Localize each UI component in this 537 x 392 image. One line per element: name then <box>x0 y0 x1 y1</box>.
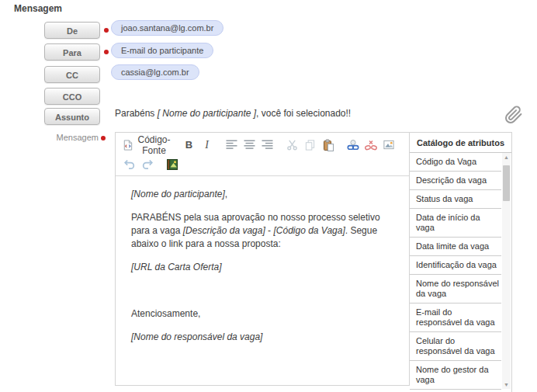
para-button[interactable]: Para <box>44 43 100 61</box>
source-icon <box>122 139 133 151</box>
text-segment: Parabéns <box>115 108 158 119</box>
paste-icon <box>322 139 334 151</box>
bold-button[interactable]: B <box>180 137 198 154</box>
toolbar-group <box>283 137 337 154</box>
toolbar-row-1: Código-FonteBI <box>120 135 404 154</box>
placeholder-variable: [Nome do participante] <box>131 189 225 199</box>
catalog-scrollbar[interactable]: ▲ ▼ <box>502 153 511 389</box>
cut-button[interactable] <box>283 137 301 154</box>
toolbar-group <box>223 137 276 154</box>
de-recipient-chip[interactable]: joao.santana@lg.com.br <box>111 20 223 36</box>
undo-icon <box>123 158 136 171</box>
placeholder-variable: [Descrição da vaga] <box>183 225 265 236</box>
toolbar-group: BI <box>180 137 216 154</box>
copy-button[interactable] <box>301 137 319 154</box>
toolbar-row-2 <box>120 154 404 174</box>
catalog-title: Catálogo de atributos <box>410 133 511 153</box>
para-required-indicator <box>104 50 109 54</box>
scroll-down-icon[interactable]: ▼ <box>502 380 511 389</box>
catalog-item[interactable]: Descrição da vaga <box>410 172 501 190</box>
mensagem-field-label: Mensagem <box>39 133 106 142</box>
body-paragraph: Atenciosamente, <box>131 307 393 321</box>
toolbar-button-label: Código-Fonte <box>137 134 171 156</box>
cco-button[interactable]: CCO <box>44 88 100 105</box>
catalog-item[interactable]: Nome do responsável da vaga <box>410 275 501 304</box>
redo-icon <box>141 158 154 171</box>
body-paragraph <box>131 284 393 297</box>
message-template-page: Mensagem De joao.santana@lg.com.br Para … <box>0 0 537 392</box>
catalog-item[interactable]: Nome do gestor da vaga <box>410 361 501 390</box>
toolbar-group <box>120 156 156 173</box>
placeholder-variable: [URL da Carta Oferta] <box>131 262 222 272</box>
cc-button[interactable]: CC <box>44 66 100 83</box>
align-left-button[interactable] <box>223 137 241 154</box>
catalog-item[interactable]: E-mail do responsável da vaga <box>410 304 501 332</box>
text-segment: - <box>265 225 274 236</box>
de-button[interactable]: De <box>44 22 100 39</box>
text-segment: , <box>225 189 227 199</box>
catalog-list: Código da VagaDescrição da vagaStatus da… <box>410 153 501 392</box>
copy-icon <box>304 139 316 151</box>
align-center-button[interactable] <box>241 137 258 154</box>
undo-button[interactable] <box>120 156 138 173</box>
placeholder-variable: [ Nome do participante ] <box>158 108 256 119</box>
subject-field[interactable]: Parabéns [ Nome do participante ], você … <box>115 108 351 119</box>
insert-photo-button[interactable] <box>163 156 181 173</box>
toolbar-group: Código-Fonte <box>120 137 173 154</box>
photo-album-icon <box>166 158 178 171</box>
placeholder-variable: [Código da Vaga] <box>273 225 345 236</box>
assunto-button[interactable]: Assunto <box>44 108 100 125</box>
redo-button[interactable] <box>138 156 156 173</box>
attribute-catalog-panel: Catálogo de atributos Código da VagaDesc… <box>410 132 512 392</box>
link-icon <box>347 139 359 151</box>
text-segment: , você foi selecionado!! <box>256 108 351 119</box>
catalog-item[interactable]: Código da Vaga <box>410 153 501 172</box>
page-title: Mensagem <box>14 3 62 14</box>
para-recipient-chip[interactable]: E-mail do participante <box>111 43 213 58</box>
cc-recipient-chip[interactable]: cassia@lg.com.br <box>111 64 199 80</box>
text-segment: Atenciosamente, <box>131 308 200 319</box>
link-button[interactable] <box>344 137 362 154</box>
align-center-icon <box>244 140 255 150</box>
catalog-item[interactable]: Data limite da vaga <box>410 238 501 256</box>
image-icon <box>383 139 395 151</box>
editor-body[interactable]: [Nome do participante],PARABÉNS pela sua… <box>116 176 409 366</box>
align-right-button[interactable] <box>258 137 276 154</box>
catalog-item[interactable]: Identificação da vaga <box>410 256 501 275</box>
unlink-icon <box>365 139 377 151</box>
align-right-icon <box>262 140 273 150</box>
body-paragraph: [URL da Carta Oferta] <box>131 261 393 274</box>
mensagem-required-indicator <box>101 136 106 140</box>
body-paragraph: PARABÉNS pela sua aprovação no nosso pro… <box>131 211 393 251</box>
toolbar-group <box>344 137 397 154</box>
editor-toolbar: Código-FonteBI <box>116 133 409 176</box>
catalog-item[interactable]: Data de início da vaga <box>410 209 501 238</box>
catalog-item[interactable]: Celular do responsável da vaga <box>410 332 501 361</box>
de-required-indicator <box>104 28 109 33</box>
unlink-button[interactable] <box>362 137 379 154</box>
catalog-item[interactable]: Status da vaga <box>410 190 501 209</box>
paperclip-icon[interactable] <box>504 106 525 126</box>
rich-text-editor: Código-FonteBI [Nome do participante],PA… <box>115 132 410 386</box>
paste-button[interactable] <box>319 137 337 154</box>
source-button[interactable]: Código-Fonte <box>120 137 173 154</box>
toolbar-group <box>163 156 181 173</box>
align-left-icon <box>226 140 237 150</box>
italic-button[interactable]: I <box>198 137 216 154</box>
image-button[interactable] <box>379 137 397 154</box>
body-paragraph: [Nome do responsável da vaga] <box>131 331 393 344</box>
body-paragraph: [Nome do participante], <box>131 188 393 201</box>
cut-icon <box>286 139 298 151</box>
placeholder-variable: [Nome do responsável da vaga] <box>131 331 262 342</box>
scrollbar-thumb[interactable] <box>503 165 510 201</box>
scroll-up-icon[interactable]: ▲ <box>502 153 511 161</box>
